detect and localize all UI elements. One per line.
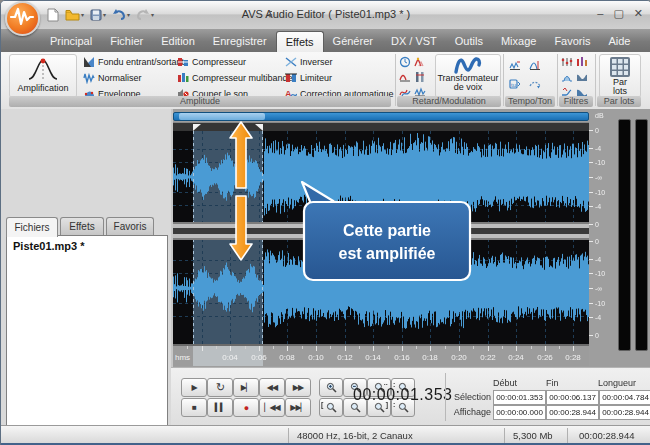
menu-favoris[interactable]: Favoris: [545, 29, 599, 52]
display-end-field[interactable]: 00:00:28.944: [546, 405, 599, 420]
ruler-tick-label: 0:26: [537, 353, 553, 362]
compressor-button[interactable]: Compresseur: [177, 55, 246, 68]
file-list-item[interactable]: Piste01.mp3 *: [7, 236, 167, 256]
status-format: 48000 Hz, 16-bit, 2 Canaux: [297, 430, 413, 441]
close-button[interactable]: ✕: [634, 7, 643, 19]
fade-in-out-button[interactable]: Fondu entrant/sortant: [83, 55, 184, 68]
rewind-button[interactable]: ◀◀: [259, 378, 285, 397]
db-tick-label: -10: [595, 159, 605, 166]
limiter-button[interactable]: Limiteur: [285, 71, 332, 84]
invert-button[interactable]: Inverser: [285, 55, 333, 68]
selection-end-handle[interactable]: [255, 124, 263, 131]
tempo-change-icon[interactable]: [509, 57, 529, 76]
db-tick-label: -10: [595, 189, 605, 196]
invert-icon: [285, 56, 297, 68]
maximize-button[interactable]: ▢: [613, 7, 623, 19]
delay-icon[interactable]: [399, 54, 414, 69]
record-button[interactable]: ●: [233, 398, 259, 417]
redo-dropdown-icon[interactable]: ▾: [151, 12, 154, 18]
level-meter-right: [635, 119, 648, 351]
status-bar: 48000 Hz, 16-bit, 2 Canaux 5,300 Mb 00:0…: [1, 425, 650, 445]
open-file-icon[interactable]: ▾: [63, 8, 86, 22]
group-label-filters: Filtres: [559, 96, 593, 107]
level-meter-left: [618, 119, 631, 351]
menu-edition[interactable]: Edition: [152, 29, 204, 52]
go-to-end-button[interactable]: ▶▶▏: [285, 398, 311, 417]
menu-aide[interactable]: Aide: [599, 29, 639, 52]
save-icon[interactable]: ▾: [88, 8, 108, 22]
ruler-tick-label: 0:14: [365, 353, 381, 362]
selection-start-field[interactable]: 00:00:01.353: [493, 390, 546, 405]
overview-bar[interactable]: [173, 112, 589, 121]
pitch-shift-icon[interactable]: [529, 57, 549, 76]
play-to-end-button[interactable]: ▶▏: [233, 378, 259, 397]
pitch-bend-icon[interactable]: [529, 76, 549, 95]
open-dropdown-icon[interactable]: ▾: [81, 12, 84, 18]
menu-principal[interactable]: Principal: [41, 29, 101, 52]
selection-end-field[interactable]: 00:00:06.137: [546, 390, 599, 405]
overview-selection[interactable]: [179, 113, 265, 120]
graphic-eq-icon[interactable]: [576, 54, 591, 69]
batch-processing-button[interactable]: Par lots: [599, 54, 641, 98]
menu-generer[interactable]: Générer: [324, 29, 382, 52]
new-file-icon[interactable]: [45, 7, 61, 23]
save-dropdown-icon[interactable]: ▾: [103, 12, 106, 18]
magnifier-icon: [326, 382, 337, 393]
zoom-selection-start-button[interactable]: [: [319, 398, 343, 417]
quick-access-toolbar: ▾ ▾ ▾ ▾ ▾: [45, 5, 274, 25]
play-button[interactable]: ▶: [181, 378, 207, 397]
svg-text:tu: tu: [511, 82, 516, 88]
ruler-tick-label: 0:18: [422, 353, 438, 362]
menu-mixage[interactable]: Mixage: [492, 29, 545, 52]
avs-logo: [5, 1, 40, 36]
selection-row-label: Sélection: [447, 392, 491, 402]
bandpass-filter-icon[interactable]: [561, 69, 576, 84]
customize-toolbar-icon[interactable]: ▾: [266, 10, 274, 20]
stop-button[interactable]: ■: [181, 398, 207, 417]
selection-start-handle[interactable]: [193, 124, 201, 131]
compressor-icon: [177, 56, 189, 68]
pause-button[interactable]: ▍▍: [207, 398, 233, 417]
display-length-field[interactable]: 00:00:28.944: [599, 405, 650, 420]
tab-effets[interactable]: Effets: [60, 217, 104, 235]
menu-dx-vst[interactable]: DX / VST: [382, 29, 446, 52]
menu-enregistrer[interactable]: Enregistrer: [204, 29, 276, 52]
batch-grid-icon: [609, 56, 631, 78]
ruler-tick-label: 0:12: [337, 353, 353, 362]
undo-icon[interactable]: ▾: [110, 8, 132, 22]
ruler-tick-label: 0:10: [308, 353, 324, 362]
menu-outils[interactable]: Outils: [446, 29, 492, 52]
flanger-icon[interactable]: [414, 69, 429, 84]
redo-icon[interactable]: ▾: [134, 8, 156, 22]
limiter-icon: [285, 72, 297, 84]
go-to-start-button[interactable]: ▏◀◀: [259, 398, 285, 417]
display-row-label: Affichage: [447, 407, 491, 417]
selection-length-field[interactable]: 00:00:04.784: [599, 390, 650, 405]
time-ruler[interactable]: hms 0:040:060:080:100:120:140:160:180:20…: [173, 346, 589, 366]
menu-effets[interactable]: Effets: [276, 31, 324, 52]
tab-favoris[interactable]: Favoris: [106, 217, 154, 235]
file-list: Piste01.mp3 *: [6, 235, 168, 445]
normalize-button[interactable]: Normaliser: [83, 71, 142, 84]
ruler-tick-label: 0:20: [451, 353, 467, 362]
chorus-icon[interactable]: [399, 69, 414, 84]
time-stretch-icon[interactable]: tu: [509, 76, 529, 95]
ruler-tick-label: 0:22: [480, 353, 496, 362]
tab-fichiers[interactable]: Fichiers: [6, 217, 58, 237]
ribbon: Amplification Fondu entrant/sortant Norm…: [1, 52, 650, 110]
menu-fichier[interactable]: Fichier: [101, 29, 152, 52]
undo-dropdown-icon[interactable]: ▾: [127, 12, 130, 18]
fast-forward-button[interactable]: ▶▶: [285, 378, 311, 397]
minimize-button[interactable]: –: [597, 7, 603, 19]
voice-transformer-button[interactable]: Transformateur de voix: [435, 54, 501, 98]
multiband-compressor-button[interactable]: Compresseur multibande: [177, 71, 293, 84]
display-start-field[interactable]: 00:00:00.000: [493, 405, 546, 420]
amplification-button[interactable]: Amplification: [9, 54, 77, 98]
notch-filter-icon[interactable]: [576, 69, 591, 84]
echo-icon[interactable]: [414, 54, 429, 69]
equalizer-icon[interactable]: [561, 54, 576, 69]
waveform-canvas[interactable]: [173, 131, 589, 344]
play-looped-button[interactable]: ↻: [207, 378, 233, 397]
zoom-in-button[interactable]: [319, 378, 343, 397]
selection-strip[interactable]: [173, 122, 589, 131]
